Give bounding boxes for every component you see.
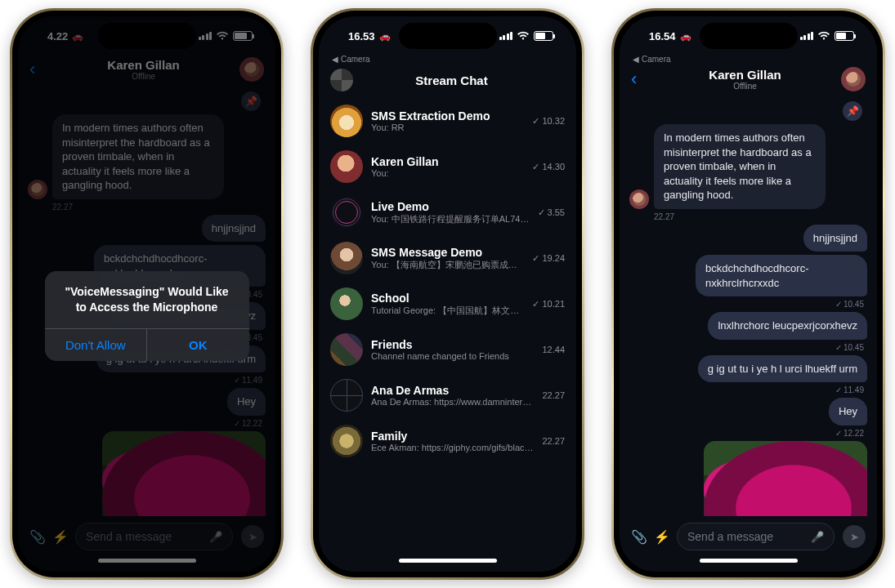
chat-header: ‹ Karen Gillan Offline (620, 65, 877, 98)
read-icon: ✓ (532, 299, 539, 310)
channel-time: 12.44 (542, 345, 565, 354)
channel-time: 10.32 (542, 116, 565, 126)
channel-preview: Ana De Armas: https://www.damninterestin… (371, 397, 534, 407)
message-input[interactable]: Send a message 🎤 (677, 523, 835, 550)
message-outgoing[interactable]: g ig ut tu i ye h l urci lhuekff urm (629, 355, 867, 383)
composer: 📎 ⚡ Send a message 🎤 ➤ (620, 516, 877, 555)
battery-icon (534, 31, 553, 41)
read-icon: ✓ (835, 385, 842, 394)
sender-avatar (629, 189, 649, 209)
channel-avatar (330, 425, 363, 457)
allow-button[interactable]: OK (147, 329, 249, 361)
message-image[interactable] (629, 441, 867, 516)
channel-preview: You: 中国铁路行程提醒服务订单AL74572440,… (371, 213, 530, 225)
chat-title: Karen Gillan (649, 68, 841, 82)
back-button[interactable]: ‹ (631, 69, 649, 90)
channel-item[interactable]: SMS Message DemoYou: 【海南航空】宋鹏池已购票成功,票号35… (319, 235, 576, 281)
permission-alert: "VoiceMessaging" Would Like to Access th… (45, 271, 249, 361)
image-attachment[interactable] (704, 441, 867, 516)
chevron-left-icon: ◀ (332, 55, 338, 64)
read-icon: ✓ (835, 429, 842, 438)
message-outgoing[interactable]: bckdchchdhocdhcorc-nxkhrclrhcrxxdc (629, 255, 867, 296)
alert-message: "VoiceMessaging" Would Like to Access th… (45, 271, 249, 328)
channel-meta: ✓14.30 (532, 162, 565, 172)
message-time: ✓11.49 (629, 385, 864, 394)
message-outgoing[interactable]: Hey (629, 398, 867, 425)
carplay-icon: 🚗 (379, 31, 391, 42)
channel-item[interactable]: Live DemoYou: 中国铁路行程提醒服务订单AL74572440,…✓3… (319, 189, 576, 235)
message-outgoing[interactable]: lnxlhrchorc leucpexrjcorxhevz (629, 312, 867, 340)
channel-name: Live Demo (371, 200, 530, 213)
message-outgoing[interactable]: hnjjnsjjnd (629, 225, 867, 252)
deny-button[interactable]: Don't Allow (45, 329, 148, 361)
home-indicator[interactable] (620, 555, 877, 572)
channel-preview: Ece Akman: https://giphy.com/gifs/black-… (371, 443, 534, 452)
channel-name: School (371, 292, 524, 305)
channel-preview: You: (371, 168, 524, 178)
read-icon: ✓ (532, 116, 539, 127)
message-incoming[interactable]: In modern times authors often misinterpr… (629, 124, 867, 209)
scroll-to-bottom-button[interactable]: 📌 (843, 101, 862, 121)
channel-meta: ✓10.21 (532, 299, 565, 310)
channel-meta: 22.27 (542, 390, 565, 400)
wifi-icon (817, 31, 830, 41)
channel-meta: 22.27 (542, 436, 565, 446)
channel-time: 22.27 (542, 436, 565, 446)
channel-avatar (330, 287, 363, 320)
read-icon: ✓ (538, 207, 545, 218)
read-icon: ✓ (532, 253, 539, 264)
channel-meta: ✓10.32 (532, 116, 565, 127)
channel-avatar (330, 196, 363, 229)
channel-meta: ✓3.55 (538, 207, 565, 218)
channel-name: Karen Gillan (371, 155, 524, 168)
channel-time: 3.55 (548, 207, 565, 217)
clock: 16.53 (348, 30, 375, 42)
channel-time: 22.27 (542, 390, 565, 400)
channel-meta: 12.44 (542, 345, 565, 354)
channel-item[interactable]: Ana De ArmasAna De Armas: https://www.da… (319, 372, 576, 418)
channel-name: Ana De Armas (371, 384, 534, 397)
attach-button[interactable]: 📎 (631, 529, 646, 545)
channel-time: 14.30 (542, 162, 565, 172)
breadcrumb[interactable]: ◀Camera (319, 52, 576, 65)
carplay-icon: 🚗 (680, 31, 691, 42)
channel-avatar (330, 105, 363, 137)
channel-item[interactable]: FamilyEce Akman: https://giphy.com/gifs/… (319, 418, 576, 464)
channel-name: SMS Extraction Demo (371, 109, 524, 122)
read-icon: ✓ (835, 343, 842, 352)
cellular-icon (499, 32, 513, 40)
channel-list[interactable]: SMS Extraction DemoYou: RR✓10.32Karen Gi… (319, 98, 576, 555)
profile-avatar[interactable] (330, 69, 353, 91)
channel-avatar (330, 333, 363, 366)
channel-name: Friends (371, 338, 534, 351)
flash-button[interactable]: ⚡ (654, 529, 669, 545)
channel-avatar (330, 150, 363, 183)
channel-avatar (330, 379, 363, 412)
chevron-left-icon: ◀ (633, 55, 639, 64)
message-list[interactable]: 📌 In modern times authors often misinter… (620, 98, 877, 516)
channel-item[interactable]: SchoolTutorial George: 【中国国航】林文冲您好：您购买…✓… (319, 281, 576, 327)
message-time: ✓12.22 (629, 429, 864, 438)
page-title: Stream Chat (338, 74, 565, 87)
channel-item[interactable]: Karen GillanYou:✓14.30 (319, 144, 576, 189)
channel-preview: Channel name changed to Friends (371, 351, 534, 361)
send-button[interactable]: ➤ (843, 525, 866, 548)
channel-preview: Tutorial George: 【中国国航】林文冲您好：您购买… (371, 305, 524, 317)
mic-icon[interactable]: 🎤 (811, 531, 824, 543)
message-text: In modern times authors often misinterpr… (654, 124, 826, 209)
channel-name: SMS Message Demo (371, 246, 524, 259)
avatar[interactable] (841, 67, 866, 91)
channel-name: Family (371, 430, 534, 443)
battery-icon (835, 31, 854, 41)
clock: 16.54 (649, 30, 676, 42)
breadcrumb[interactable]: ◀Camera (620, 52, 877, 65)
message-time: ✓10.45 (629, 343, 864, 352)
wifi-icon (517, 31, 530, 41)
placeholder: Send a message (687, 530, 804, 543)
message-time: 22.27 (654, 212, 867, 221)
channel-item[interactable]: SMS Extraction DemoYou: RR✓10.32 (319, 98, 576, 144)
home-indicator[interactable] (319, 555, 576, 572)
channel-preview: You: RR (371, 122, 524, 132)
channel-item[interactable]: FriendsChannel name changed to Friends12… (319, 327, 576, 372)
cellular-icon (800, 32, 814, 40)
